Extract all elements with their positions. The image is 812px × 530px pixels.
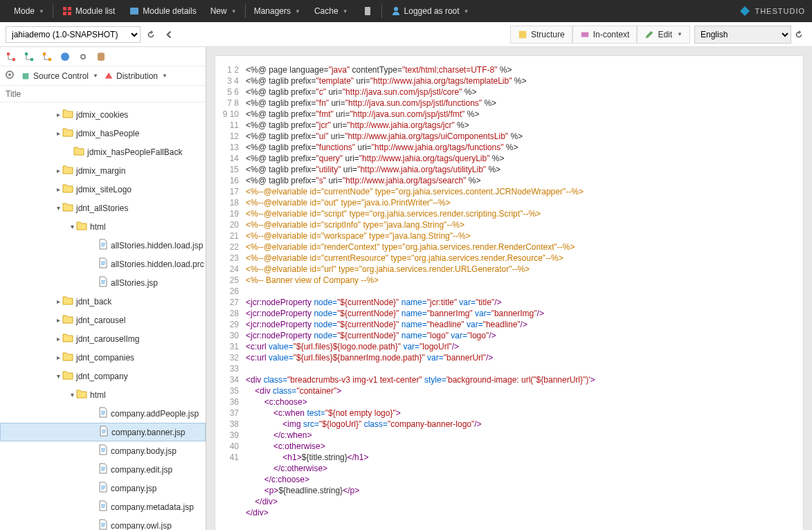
tree-row[interactable]: ▾jdnt_company bbox=[0, 367, 206, 385]
collapse-panel-button[interactable] bbox=[161, 27, 177, 42]
refresh-icon bbox=[794, 30, 804, 39]
refresh-right-button[interactable] bbox=[791, 27, 806, 42]
tree-label: jdmix_margin bbox=[76, 166, 125, 176]
tree-row[interactable]: allStories.hidden.load.prc bbox=[0, 255, 206, 273]
tree-row[interactable]: ▸jdmix_hasPeople bbox=[0, 124, 206, 143]
file-icon bbox=[98, 519, 108, 530]
folder-icon bbox=[62, 351, 73, 363]
module-list-icon bbox=[62, 6, 73, 17]
tree-toggle[interactable]: ▾ bbox=[68, 223, 76, 230]
mode-menu[interactable]: Mode▼ bbox=[7, 0, 51, 22]
refresh-button[interactable] bbox=[143, 27, 159, 42]
svg-point-15 bbox=[61, 53, 69, 61]
code-editor[interactable]: 1 2 3 4 5 6 7 8 9 10 11 12 13 14 15 16 1… bbox=[215, 55, 804, 530]
clipboard-button[interactable] bbox=[355, 0, 380, 22]
svg-rect-43 bbox=[101, 488, 105, 489]
tree-toggle[interactable]: ▾ bbox=[54, 372, 62, 380]
tree-row[interactable]: ▸jdnt_back bbox=[0, 292, 206, 311]
new-menu[interactable]: New▼ bbox=[204, 0, 244, 22]
tree-toggle[interactable]: ▸ bbox=[54, 129, 62, 137]
tree-row[interactable]: company.metadata.jsp bbox=[0, 497, 206, 516]
tree-row[interactable]: company.jsp bbox=[0, 479, 206, 497]
svg-rect-30 bbox=[101, 412, 105, 413]
svg-rect-35 bbox=[101, 448, 105, 449]
tree-toggle[interactable]: ▸ bbox=[54, 298, 62, 305]
managers-menu[interactable]: Managers▼ bbox=[247, 0, 307, 22]
tree-toggle[interactable]: ▸ bbox=[54, 335, 62, 342]
module-details-menu[interactable]: Module details bbox=[122, 0, 203, 22]
tree-row[interactable]: ▾jdnt_allStories bbox=[0, 199, 206, 217]
tree-row[interactable]: ▸jdmix_siteLogo bbox=[0, 180, 206, 199]
edit-button[interactable]: Edit▼ bbox=[637, 26, 690, 44]
svg-rect-22 bbox=[101, 246, 105, 246]
tree-label: jdnt_carousel bbox=[76, 316, 125, 325]
tree-label: jdnt_back bbox=[76, 297, 111, 307]
tree-toggle[interactable]: ▾ bbox=[54, 204, 62, 212]
tree-toggle[interactable]: ▸ bbox=[54, 354, 62, 361]
gear-icon[interactable] bbox=[4, 69, 15, 82]
svg-rect-37 bbox=[101, 451, 105, 452]
tree-toggle[interactable]: ▸ bbox=[54, 111, 62, 118]
tree-row[interactable]: company.body.jsp bbox=[0, 441, 206, 460]
tree-row[interactable]: company.banner.jsp bbox=[0, 423, 206, 441]
tree-row[interactable]: ▸jdmix_cookies bbox=[0, 105, 206, 124]
source-control-menu[interactable]: Source Control▼ bbox=[21, 71, 98, 81]
top-menubar: Mode▼ Module list Module details New▼ Ma… bbox=[0, 0, 812, 22]
line-gutter: 1 2 3 4 5 6 7 8 9 10 11 12 13 14 15 16 1… bbox=[222, 64, 246, 518]
refresh-icon bbox=[146, 30, 156, 39]
tree-label: jdnt_carouselImg bbox=[76, 334, 139, 344]
tree-row[interactable]: allStories.jsp bbox=[0, 273, 206, 292]
file-icon bbox=[98, 500, 108, 513]
svg-rect-48 bbox=[101, 524, 105, 525]
file-tree[interactable]: ▸jdmix_cookies▸jdmix_hasPeoplejdmix_hasP… bbox=[0, 102, 206, 530]
tree-row[interactable]: ▸jdnt_companies bbox=[0, 348, 206, 367]
svg-point-6 bbox=[394, 7, 398, 11]
tree-row[interactable]: jdmix_hasPeopleFallBack bbox=[0, 143, 206, 161]
tree-label: allStories.jsp bbox=[111, 278, 158, 288]
tool-tree-c-icon[interactable] bbox=[40, 50, 54, 64]
module-list-menu[interactable]: Module list bbox=[55, 0, 122, 22]
tree-label: html bbox=[90, 222, 106, 232]
tree-row[interactable]: company.addPeople.jsp bbox=[0, 404, 206, 423]
tool-link-icon[interactable] bbox=[76, 50, 90, 64]
svg-rect-41 bbox=[101, 486, 105, 486]
tree-row[interactable]: ▸jdnt_carousel bbox=[0, 311, 206, 329]
svg-rect-32 bbox=[102, 430, 106, 430]
tree-row[interactable]: company.owl.jsp bbox=[0, 516, 206, 530]
tree-row[interactable]: company.edit.jsp bbox=[0, 460, 206, 479]
language-select[interactable]: English bbox=[694, 26, 791, 44]
tree-row[interactable]: ▾html bbox=[0, 217, 206, 236]
svg-rect-45 bbox=[101, 506, 105, 506]
structure-icon bbox=[518, 30, 527, 39]
tree-row[interactable]: allStories.hidden.load.jsp bbox=[0, 236, 206, 255]
distribution-menu[interactable]: Distribution▼ bbox=[104, 71, 168, 81]
cache-menu[interactable]: Cache▼ bbox=[307, 0, 355, 22]
tree-toggle[interactable]: ▸ bbox=[54, 185, 62, 193]
svg-rect-8 bbox=[581, 32, 588, 37]
file-icon bbox=[98, 444, 108, 457]
tree-toggle[interactable]: ▸ bbox=[54, 167, 62, 174]
tree-row[interactable]: ▸jdnt_carouselImg bbox=[0, 329, 206, 348]
tree-toggle[interactable]: ▾ bbox=[68, 391, 76, 399]
svg-rect-3 bbox=[68, 12, 71, 15]
svg-rect-4 bbox=[130, 8, 138, 15]
tree-column-title: Title bbox=[0, 86, 206, 102]
tree-row[interactable]: ▸jdmix_margin bbox=[0, 161, 206, 180]
svg-rect-23 bbox=[101, 262, 105, 262]
project-select[interactable]: jahiademo (1.0-SNAPSHOT) bbox=[6, 26, 141, 43]
tree-label: jdmix_hasPeopleFallBack bbox=[87, 147, 182, 157]
structure-button[interactable]: Structure bbox=[510, 26, 572, 44]
tool-tree-b-icon[interactable] bbox=[22, 50, 36, 64]
folder-icon bbox=[62, 295, 73, 307]
code-body[interactable]: <%@ page language="java" contentType="te… bbox=[246, 64, 796, 518]
tool-globe-icon[interactable] bbox=[58, 50, 72, 64]
in-context-button[interactable]: In-context bbox=[572, 26, 638, 44]
tree-row[interactable]: ▾html bbox=[0, 385, 206, 404]
tool-tree-a-icon[interactable] bbox=[4, 50, 18, 64]
tool-db-icon[interactable] bbox=[94, 50, 108, 64]
logged-as-menu[interactable]: Logged as root▼ bbox=[384, 0, 476, 22]
file-icon bbox=[98, 463, 108, 476]
tree-label: jdmix_cookies bbox=[76, 110, 128, 120]
tree-label: jdnt_company bbox=[76, 372, 128, 381]
tree-toggle[interactable]: ▸ bbox=[54, 316, 62, 324]
